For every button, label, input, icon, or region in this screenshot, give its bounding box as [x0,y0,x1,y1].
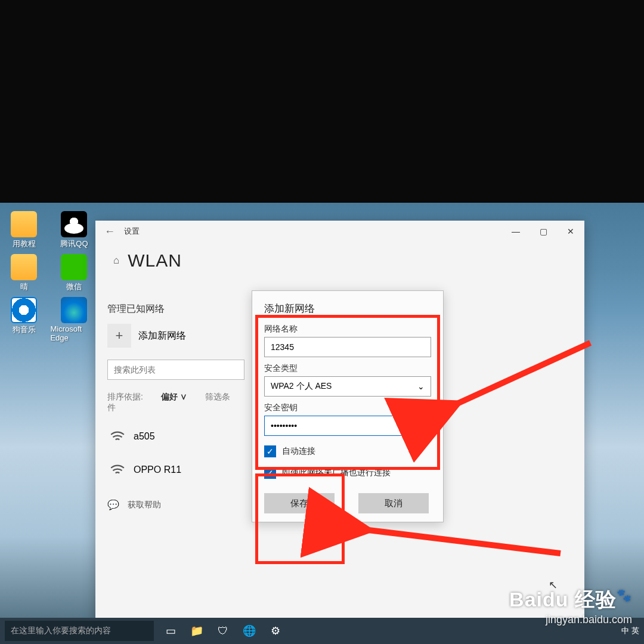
task-view-button[interactable]: ▭ [157,618,184,644]
close-button[interactable]: ✕ [557,221,584,242]
security-type-select[interactable]: WPA2 个人 AES ⌄ [264,376,431,397]
taskbar-search[interactable]: 在这里输入你要搜索的内容 [5,621,154,641]
auto-connect-checkbox-row[interactable]: ✓ 自动连接 [264,445,431,457]
kugou-icon [11,297,37,323]
folder-icon [11,211,37,237]
connect-hidden-checkbox-row[interactable]: ✓ 即使此网络未广播也进行连接 [264,467,431,479]
desktop-icon-kugou[interactable]: 狗音乐 [0,297,48,335]
network-name: a505 [134,431,155,442]
icon-label: 用教程 [13,239,36,249]
network-name-input[interactable] [264,337,431,357]
edge-taskbar-icon[interactable]: 🌐 [236,618,262,644]
add-network-label: 添加新网络 [138,330,186,342]
window-controls: — ▢ ✕ [502,221,584,242]
desktop-icon-edge[interactable]: Microsoft Edge [50,297,98,342]
qq-icon [61,211,87,237]
checkbox-checked-icon: ✓ [264,467,276,479]
chat-icon: 💬 [107,499,119,510]
desktop-icons-area: 用教程 腾讯QQ 晴 微信 狗音乐 Microsoft Edge [0,209,101,345]
svg-line-0 [453,343,590,405]
wifi-icon [110,462,125,478]
page-title: WLAN [128,250,182,271]
search-input[interactable] [107,360,244,380]
security-key-input[interactable] [264,416,431,436]
watermark: Baidu 经验🐾 jingyan.baidu.com [509,586,632,626]
show-password-icon[interactable]: 👁 [418,420,426,429]
chevron-down-icon: ⌄ [417,382,425,391]
maximize-button[interactable]: ▢ [530,221,557,242]
save-button[interactable]: 保存 [264,493,335,513]
desktop-icon-qq[interactable]: 腾讯QQ [50,211,98,249]
get-help-link[interactable]: 💬 获取帮助 [107,499,250,510]
titlebar: ← 设置 — ▢ ✕ [95,221,584,242]
annotation-arrow [352,524,566,562]
cancel-button[interactable]: 取消 [358,493,429,513]
watermark-url: jingyan.baidu.com [509,614,632,626]
wifi-icon [110,429,125,444]
system-tray[interactable]: 中 英 [621,626,639,636]
back-button[interactable]: ← [99,225,120,238]
edge-icon [61,297,87,323]
page-header: ⌂ WLAN [95,242,584,281]
icon-label: Microsoft Edge [50,324,98,342]
network-item[interactable]: a505 [107,424,250,449]
wechat-icon [61,254,87,280]
settings-window: ← 设置 — ▢ ✕ ⌂ WLAN 管理已知网络 + 添加新网络 排序依据: 偏… [95,221,584,632]
settings-taskbar-icon[interactable]: ⚙ [262,618,289,644]
icon-label: 狗音乐 [13,324,36,335]
icon-label: 腾讯QQ [60,239,88,249]
paw-icon: 🐾 [617,589,632,602]
watermark-logo: Baidu 经验🐾 [509,586,632,614]
network-name: OPPO R11 [134,465,181,475]
icon-label: 晴 [20,281,28,292]
icon-label: 微信 [66,281,82,292]
desktop-icon-wechat[interactable]: 微信 [50,254,98,292]
folder-icon [11,254,37,280]
sort-filter-row: 排序依据: 偏好 ∨ 筛选条件 [107,392,250,413]
annotation-arrow [441,343,596,417]
checkbox-checked-icon: ✓ [264,445,276,457]
add-network-dialog: 添加新网络 网络名称 安全类型 WPA2 个人 AES ⌄ 安全密钥 👁 ✓ 自… [252,290,444,522]
network-item[interactable]: OPPO R11 [107,457,250,482]
plus-icon: + [107,324,131,348]
network-name-label: 网络名称 [264,324,431,335]
network-list-panel: 管理已知网络 + 添加新网络 排序依据: 偏好 ∨ 筛选条件 a505 OPPO… [107,292,250,510]
dialog-button-row: 保存 取消 [264,493,431,513]
desktop-icon-tutorial[interactable]: 用教程 [0,211,48,249]
file-explorer-icon[interactable]: 📁 [184,618,210,644]
home-icon[interactable]: ⌂ [113,255,119,267]
minimize-button[interactable]: — [502,221,530,242]
sort-dropdown[interactable]: 排序依据: 偏好 ∨ [107,392,187,401]
section-title: 管理已知网络 [107,303,250,315]
security-icon[interactable]: 🛡 [210,618,236,644]
security-type-label: 安全类型 [264,363,431,374]
dialog-title: 添加新网络 [264,302,431,315]
desktop-icon-folder[interactable]: 晴 [0,254,48,292]
window-title: 设置 [124,226,140,237]
add-network-row[interactable]: + 添加新网络 [107,324,250,348]
svg-line-1 [364,530,561,553]
security-key-label: 安全密钥 [264,402,431,413]
monitor-bezel [0,0,644,203]
